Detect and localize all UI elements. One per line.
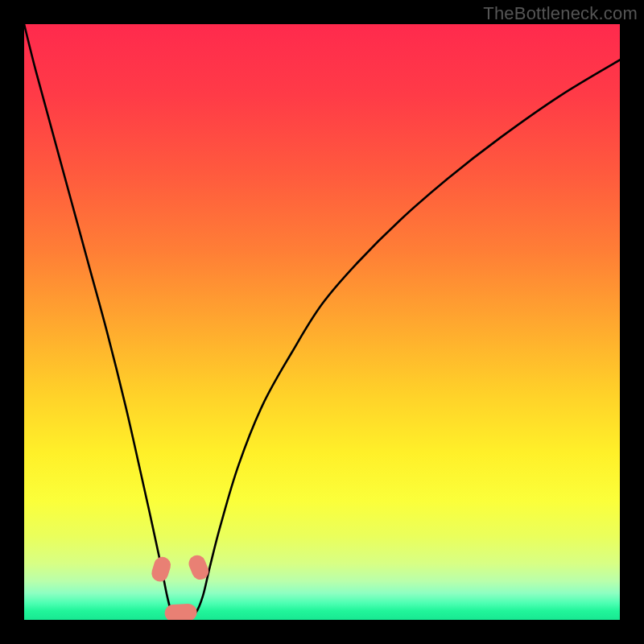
marker-bottom [164, 603, 197, 620]
markers-group [150, 553, 211, 620]
outer-frame: TheBottleneck.com [0, 0, 644, 644]
marker-left [150, 555, 173, 584]
curve-layer [24, 24, 620, 620]
plot-area [24, 24, 620, 620]
watermark-text: TheBottleneck.com [483, 3, 638, 24]
bottleneck-curve [24, 24, 620, 617]
